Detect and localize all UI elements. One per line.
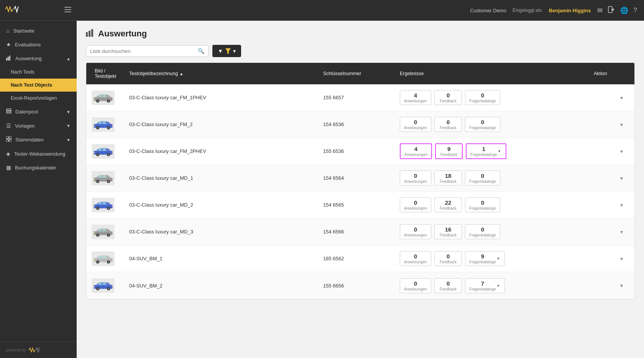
action-cell: ▾ (591, 93, 629, 102)
expand-row-button[interactable]: ▾ (617, 120, 626, 129)
feedback-box[interactable]: 0 Feedback (434, 251, 462, 266)
sidebar-item-datenpool[interactable]: Datenpool ▼ (0, 105, 77, 119)
anweisungen-box[interactable]: 0 Anweisungen (400, 251, 431, 266)
svg-rect-15 (86, 32, 88, 37)
svg-rect-20 (98, 95, 102, 97)
table-row: 03-C-Class luxury car_FM_2 154 6536 0 An… (86, 111, 634, 138)
expand-row-button[interactable]: ▾ (617, 227, 626, 236)
th-bezeichnung[interactable]: Testobjektbezeichnung ▲ (126, 69, 320, 78)
feedback-label: Feedback (439, 179, 458, 184)
test-object-name: 04-SUV_BM_1 (126, 256, 320, 261)
schluessel-number: 154 6564 (320, 175, 397, 181)
fragenkataloge-count: 7 (469, 280, 496, 287)
sidebar-toggle-button[interactable] (64, 7, 71, 14)
sidebar-item-label: Evaluations (15, 42, 41, 48)
sidebar-item-evaluations[interactable]: ★ Evaluations (0, 38, 77, 51)
expand-row-button[interactable]: ▾ (617, 147, 626, 156)
sidebar-header (0, 0, 77, 21)
table-rows: 03-C-Class luxury car_FM_1PHEV 155 6657 … (86, 84, 634, 299)
sidebar-item-vorlagen[interactable]: ☰ Vorlagen ▼ (0, 119, 77, 133)
feedback-box[interactable]: 0 Feedback (434, 90, 462, 105)
expand-row-button[interactable]: ▾ (617, 174, 626, 183)
fragenkataloge-box[interactable]: 1 Fragenkataloge ▾ (466, 143, 506, 159)
svg-rect-21 (103, 95, 106, 97)
expand-row-button[interactable]: ▾ (617, 200, 626, 210)
feedback-box[interactable]: 0 Feedback (434, 278, 462, 293)
test-object-name: 03-C-Class luxury car_MD_1 (126, 175, 320, 181)
svg-point-79 (108, 261, 109, 263)
globe-icon[interactable]: 🌐 (620, 7, 628, 15)
anweisungen-box[interactable]: 0 Anweisungen (400, 117, 431, 132)
feedback-count: 18 (439, 172, 458, 179)
fragenkataloge-box[interactable]: 9 Fragenkataloge ▾ (465, 251, 505, 266)
sidebar-item-startseite[interactable]: ⌂ Startseite (0, 24, 77, 38)
svg-point-88 (108, 288, 109, 289)
feedback-box[interactable]: 9 Feedback (435, 143, 463, 159)
sidebar-item-nach-test-objects[interactable]: Nach Test Objects (0, 79, 77, 92)
anweisungen-label: Anweisungen (404, 126, 427, 130)
feedback-box[interactable]: 22 Feedback (434, 197, 462, 212)
anweisungen-label: Anweisungen (404, 99, 427, 103)
svg-rect-26 (94, 98, 95, 99)
fragenkataloge-arrow[interactable]: ▾ (496, 283, 501, 288)
feedback-box[interactable]: 16 Feedback (434, 224, 462, 239)
fragenkataloge-box[interactable]: 0 Fragenkataloge (465, 197, 500, 212)
svg-rect-2 (64, 11, 71, 12)
expand-row-button[interactable]: ▾ (617, 281, 626, 290)
sidebar-item-buchungskalender[interactable]: ▦ Buchungskalender (0, 161, 77, 174)
fragenkataloge-box[interactable]: 7 Fragenkataloge ▾ (465, 278, 505, 293)
sidebar-item-stammdaten[interactable]: Stammdaten ▼ (0, 133, 77, 147)
feedback-box[interactable]: 18 Feedback (434, 171, 462, 186)
web-icon: ◈ (6, 151, 10, 157)
sidebar-item-label: Tester-Webanwendung (14, 151, 65, 157)
sidebar-item-tester-webanwendung[interactable]: ◈ Tester-Webanwendung (0, 147, 77, 161)
svg-rect-38 (98, 148, 102, 151)
feedback-count: 0 (439, 92, 458, 99)
feedback-box[interactable]: 0 Feedback (434, 117, 462, 132)
fragenkataloge-box[interactable]: 0 Fragenkataloge (465, 171, 500, 186)
fragenkataloge-box[interactable]: 0 Fragenkataloge (465, 117, 500, 132)
logout-icon[interactable] (608, 6, 615, 15)
filter-button[interactable]: ▼ ▾ (212, 45, 241, 57)
anweisungen-box[interactable]: 0 Anweisungen (400, 224, 431, 239)
topbar-eingeloggt-label: Eingeloggt als: (513, 8, 543, 13)
svg-rect-9 (6, 136, 8, 139)
mail-icon[interactable]: ✉ (597, 7, 603, 15)
schluessel-number: 154 6536 (320, 122, 397, 127)
svg-point-77 (97, 261, 99, 263)
car-image (92, 90, 115, 105)
svg-rect-48 (103, 175, 106, 177)
table-row: 03-C-Class luxury car_FM_1PHEV 155 6657 … (86, 84, 634, 111)
feedback-label: Feedback (439, 260, 458, 264)
search-box: 🔍 (86, 45, 209, 57)
sidebar-item-auswertung[interactable]: Auswertung ▲ (0, 51, 77, 66)
chevron-up-icon: ▲ (66, 56, 71, 61)
test-object-name: 03-C-Class luxury car_FM_2 (126, 122, 320, 127)
anweisungen-box[interactable]: 0 Anweisungen (400, 197, 431, 212)
help-icon[interactable]: ? (634, 7, 637, 14)
search-input[interactable] (90, 48, 195, 54)
sidebar-item-excel-reportvorlagen[interactable]: Excel-Reportvorlagen (0, 92, 77, 105)
anweisungen-box[interactable]: 4 Anweisungen (400, 90, 431, 105)
anweisungen-box[interactable]: 0 Anweisungen (400, 278, 431, 293)
database-icon (6, 108, 12, 115)
anweisungen-box[interactable]: 0 Anweisungen (400, 171, 431, 186)
fragenkataloge-box[interactable]: 0 Fragenkataloge (465, 224, 500, 239)
topbar: Customer Demo Eingeloggt als: Benjamin H… (77, 0, 644, 21)
fragenkataloge-box[interactable]: 0 Fragenkataloge (465, 90, 500, 105)
sidebar-item-label: Vorlagen (15, 123, 34, 129)
results-cell: 4 Anweisungen 0 Feedback 0 Fragenkatalog… (397, 90, 591, 105)
anweisungen-count: 4 (404, 92, 427, 99)
expand-row-button[interactable]: ▾ (617, 93, 626, 102)
data-icon (6, 136, 12, 143)
svg-rect-4 (8, 57, 9, 61)
sort-icon: ▲ (179, 72, 183, 76)
svg-rect-39 (103, 148, 106, 151)
sidebar-item-nach-tests[interactable]: Nach Tests (0, 66, 77, 79)
fragenkataloge-arrow[interactable]: ▾ (496, 256, 501, 261)
anweisungen-box[interactable]: 4 Anweisungen (400, 143, 432, 159)
search-icon[interactable]: 🔍 (198, 48, 204, 54)
topbar-icons: ✉ 🌐 ? (597, 6, 637, 15)
fragenkataloge-arrow[interactable]: ▾ (497, 149, 502, 154)
expand-row-button[interactable]: ▾ (617, 254, 626, 263)
